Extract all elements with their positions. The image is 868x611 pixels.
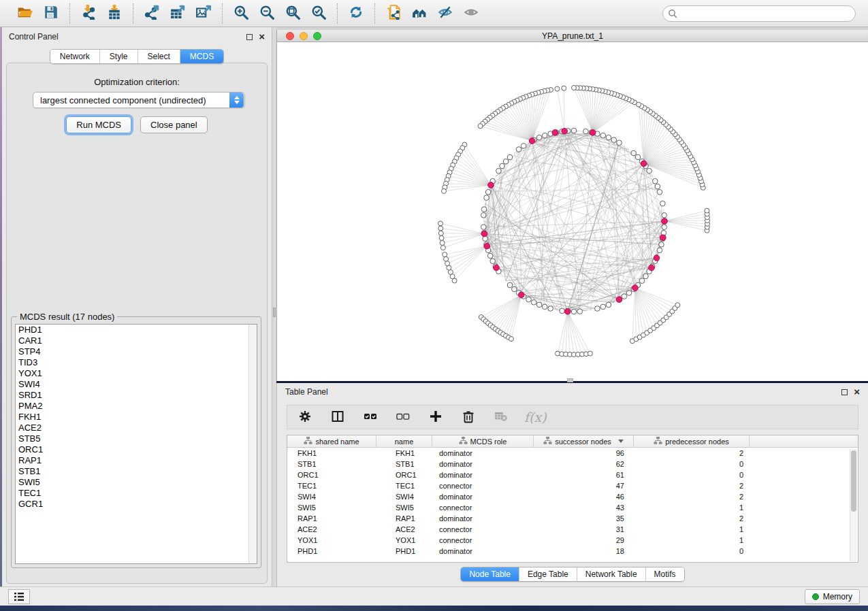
mcds-result-item[interactable]: ORC1 (16, 444, 257, 455)
mcds-result-item[interactable]: SWI5 (16, 477, 257, 488)
table-cell: 1 (634, 503, 750, 512)
table-cell: 2 (634, 493, 750, 501)
column-header-name[interactable]: name (376, 435, 432, 447)
vertical-splitter-grip[interactable] (273, 308, 276, 317)
close-panel-icon[interactable]: × (259, 33, 265, 40)
table-cell: 61 (534, 471, 634, 479)
tab-motifs[interactable]: Motifs (645, 567, 684, 581)
tab-network[interactable]: Network (50, 50, 99, 63)
zoom-out-icon (259, 5, 274, 22)
gear-button[interactable] (295, 408, 315, 427)
float-table-panel-icon[interactable] (841, 389, 848, 395)
save-session-button[interactable] (41, 3, 61, 24)
table-row[interactable]: TEC1TEC1connector472 (287, 480, 858, 491)
mcds-result-item[interactable]: STP4 (16, 346, 257, 357)
network-graph[interactable] (277, 42, 868, 380)
tab-mcds[interactable]: MCDS (180, 50, 223, 63)
zoom-out-button[interactable] (257, 3, 277, 24)
function-builder-button: f(x) (524, 408, 547, 427)
mcds-result-item[interactable]: SRD1 (16, 390, 257, 401)
export-table-button[interactable] (167, 3, 188, 24)
table-cell: TEC1 (376, 482, 432, 490)
column-header-predecessor-nodes[interactable]: predecessor nodes (634, 435, 750, 447)
export-image-button[interactable] (193, 3, 214, 24)
memory-status-icon (812, 593, 819, 600)
table-cell: 62 (534, 460, 634, 468)
optimization-criterion-dropdown[interactable]: largest connected component (undirected) (33, 92, 245, 108)
table-row[interactable]: FKH1FKH1dominator962 (287, 448, 858, 459)
zoom-selected-button[interactable] (308, 3, 329, 24)
task-history-button[interactable] (8, 589, 30, 604)
houses-button[interactable] (409, 3, 430, 24)
run-mcds-button[interactable]: Run MCDS (66, 116, 131, 133)
close-panel-button[interactable]: Close panel (140, 116, 208, 133)
select-all-checks-button[interactable] (361, 408, 380, 427)
mcds-result-item[interactable]: TEC1 (16, 488, 257, 499)
mcds-result-item[interactable]: CAR1 (16, 335, 257, 346)
add-column-button[interactable] (426, 408, 445, 427)
export-network-button[interactable] (142, 3, 162, 24)
import-network-button[interactable] (78, 3, 99, 24)
split-panel-button[interactable] (328, 408, 347, 427)
table-cell: RAP1 (376, 514, 432, 523)
import-table-button[interactable] (104, 3, 125, 24)
delete-column-button[interactable] (459, 408, 478, 427)
mcds-result-item[interactable]: STB5 (16, 433, 257, 444)
table-row[interactable]: ORC1ORC1dominator610 (287, 469, 858, 480)
mcds-result-item[interactable]: TID3 (16, 357, 257, 368)
column-header-successor-nodes[interactable]: successor nodes (534, 435, 634, 447)
close-table-panel-icon[interactable]: × (854, 389, 860, 395)
tab-network-table[interactable]: Network Table (577, 567, 645, 581)
column-header-MCDS-role[interactable]: MCDS role (432, 435, 534, 447)
memory-button[interactable]: Memory (805, 589, 860, 604)
table-row[interactable]: RAP1RAP1dominator352 (287, 513, 858, 524)
mcds-result-item[interactable]: STB1 (16, 466, 257, 477)
column-header-shared-name[interactable]: shared name (287, 435, 376, 447)
mcds-result-item[interactable]: PHD1 (16, 325, 257, 335)
table-cell: 2 (634, 482, 750, 490)
table-row[interactable]: YOX1YOX1connector291 (287, 535, 858, 546)
export-network-icon (144, 5, 159, 22)
table-row[interactable]: ACE2ACE2connector311 (287, 524, 858, 535)
table-row[interactable]: SWI5SWI5connector431 (287, 502, 858, 513)
mcds-result-item[interactable]: FKH1 (16, 412, 257, 423)
zoom-fit-button[interactable] (283, 3, 303, 24)
table-row[interactable]: SWI4SWI4dominator462 (287, 491, 858, 502)
tab-edge-table[interactable]: Edge Table (519, 567, 577, 581)
mcds-result-list[interactable]: PHD1CAR1STP4TID3YOX1SWI4SRD1PMA2FKH1ACE2… (15, 324, 257, 564)
hide-graphics-details-icon (438, 5, 453, 22)
open-session-folder-button[interactable] (15, 3, 35, 24)
table-cell: 29 (534, 536, 634, 544)
mcds-result-item[interactable]: PMA2 (16, 401, 257, 412)
mcds-result-item[interactable]: GCR1 (16, 499, 257, 510)
hide-graphics-details-button[interactable] (435, 3, 455, 24)
mcds-result-item[interactable]: RAP1 (16, 455, 257, 466)
mcds-list-scrollbar[interactable] (248, 325, 257, 563)
show-graphics-details-icon (464, 5, 479, 22)
tab-style[interactable]: Style (99, 50, 138, 63)
mcds-result-item[interactable]: ACE2 (16, 423, 257, 433)
new-network-from-selection-button[interactable] (383, 3, 404, 24)
export-table-icon (170, 5, 185, 22)
table-scrollbar[interactable] (850, 449, 857, 561)
table-cell: FKH1 (376, 449, 432, 457)
deselect-all-checks-button[interactable] (393, 408, 413, 427)
column-header-label: MCDS role (470, 437, 507, 446)
table-header-row: shared namenameMCDS rolesuccessor nodesp… (287, 435, 858, 448)
show-graphics-details-button[interactable] (461, 3, 481, 24)
mcds-result-item[interactable]: YOX1 (16, 368, 257, 379)
search-input[interactable] (662, 5, 856, 22)
network-window-titlebar[interactable]: YPA_prune.txt_1 (277, 30, 868, 42)
tab-select[interactable]: Select (138, 50, 180, 63)
zoom-in-button[interactable] (231, 3, 251, 24)
refresh-view-button[interactable] (346, 3, 366, 24)
network-canvas[interactable] (277, 42, 868, 380)
tab-node-table[interactable]: Node Table (461, 567, 519, 581)
table-scrollbar-thumb[interactable] (851, 450, 856, 512)
delete-table-icon (494, 410, 508, 425)
horizontal-splitter-grip[interactable] (567, 378, 573, 382)
table-row[interactable]: STB1STB1dominator620 (287, 459, 858, 469)
mcds-result-item[interactable]: SWI4 (16, 379, 257, 390)
table-row[interactable]: PHD1PHD1dominator180 (287, 546, 858, 557)
float-panel-icon[interactable] (246, 34, 253, 40)
